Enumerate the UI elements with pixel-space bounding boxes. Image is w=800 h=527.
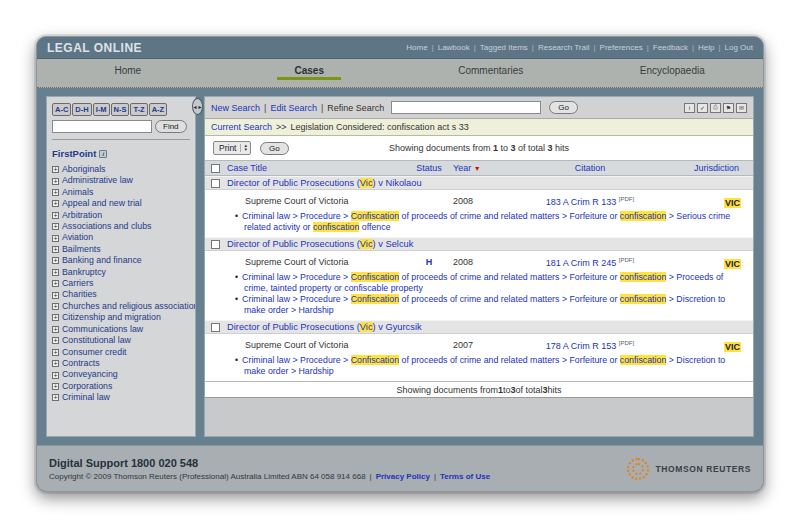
expand-plus-icon[interactable]: +: [52, 337, 59, 344]
find-button[interactable]: Find: [155, 120, 187, 133]
sidebar-item-corporations[interactable]: +Corporations: [52, 381, 190, 392]
letter-button-d-h[interactable]: D-H: [72, 103, 91, 116]
expand-plus-icon[interactable]: +: [52, 257, 59, 264]
citation-link[interactable]: 183 A Crim R 133 [PDF]: [505, 196, 675, 207]
info-icon[interactable]: i: [99, 150, 107, 158]
tab-home[interactable]: Home: [37, 59, 219, 81]
citation-link[interactable]: 181 A Crim R 245 [PDF]: [505, 257, 675, 268]
sidebar-item-bankruptcy[interactable]: +Bankruptcy: [52, 267, 190, 278]
sidebar-item-communications-law[interactable]: +Communications law: [52, 324, 190, 335]
sidebar-item-administrative-law[interactable]: +Administrative law: [52, 175, 190, 186]
find-input[interactable]: [52, 120, 152, 133]
column-jurisdiction[interactable]: Jurisdiction: [675, 163, 753, 173]
sidebar-item-animals[interactable]: +Animals: [52, 187, 190, 198]
case-title-link[interactable]: Director of Public Prosecutions (Vic) v …: [227, 239, 413, 249]
letter-button-i-m[interactable]: I-M: [93, 103, 110, 116]
expand-plus-icon[interactable]: +: [52, 360, 59, 367]
letter-button-n-s[interactable]: N-S: [111, 103, 130, 116]
letter-button-a-z[interactable]: A-Z: [149, 103, 168, 116]
expand-plus-icon[interactable]: +: [52, 326, 59, 333]
catchword-line[interactable]: •Criminal law > Procedure > Confiscation…: [235, 272, 745, 294]
sidebar-item-arbitration[interactable]: +Arbitration: [52, 210, 190, 221]
expand-plus-icon[interactable]: +: [52, 166, 59, 173]
expand-plus-icon[interactable]: +: [52, 178, 59, 185]
sidebar-item-bailments[interactable]: +Bailments: [52, 244, 190, 255]
top-nav-link-log-out[interactable]: Log Out: [725, 43, 753, 52]
row-checkbox[interactable]: [211, 323, 220, 332]
expand-plus-icon[interactable]: +: [52, 292, 59, 299]
tab-commentaries[interactable]: Commentaries: [400, 59, 582, 81]
refine-search-input[interactable]: [391, 101, 541, 114]
sidebar-item-constitutional-law[interactable]: +Constitutional law: [52, 335, 190, 346]
citation-link[interactable]: 178 A Crim R 153 [PDF]: [505, 340, 675, 351]
expand-plus-icon[interactable]: +: [52, 394, 59, 401]
select-all-checkbox[interactable]: [211, 164, 220, 173]
expand-plus-icon[interactable]: +: [52, 269, 59, 276]
row-checkbox[interactable]: [211, 240, 220, 249]
top-nav-link-tagged-items[interactable]: Tagged Items: [480, 43, 528, 52]
case-title-link[interactable]: Director of Public Prosecutions (Vic) v …: [227, 322, 422, 332]
tab-encyclopaedia[interactable]: Encyclopaedia: [582, 59, 764, 81]
expand-plus-icon[interactable]: +: [52, 235, 59, 242]
top-nav-link-home[interactable]: Home: [406, 43, 427, 52]
print-go-button[interactable]: Go: [260, 142, 289, 155]
pdf-badge[interactable]: [PDF]: [619, 340, 634, 346]
expand-plus-icon[interactable]: +: [52, 372, 59, 379]
pdf-badge[interactable]: [PDF]: [619, 196, 634, 202]
letter-button-a-c[interactable]: A-C: [52, 103, 71, 116]
refine-go-button[interactable]: Go: [549, 101, 578, 114]
footer-link-terms-of-use[interactable]: Terms of Use: [440, 472, 490, 481]
expand-plus-icon[interactable]: +: [52, 189, 59, 196]
top-nav-link-research-trail[interactable]: Research Trail: [538, 43, 590, 52]
top-nav-link-preferences[interactable]: Preferences: [600, 43, 643, 52]
top-nav-link-lawbook[interactable]: Lawbook: [438, 43, 470, 52]
footer-link-privacy-policy[interactable]: Privacy Policy: [376, 472, 430, 481]
expand-plus-icon[interactable]: +: [52, 246, 59, 253]
sidebar-item-carriers[interactable]: +Carriers: [52, 278, 190, 289]
expand-plus-icon[interactable]: +: [52, 212, 59, 219]
edit-search-link[interactable]: Edit Search: [270, 103, 317, 113]
sidebar-item-associations-and-clubs[interactable]: +Associations and clubs: [52, 221, 190, 232]
top-nav-link-help[interactable]: Help: [698, 43, 714, 52]
sidebar-item-citizenship-and-migration[interactable]: +Citizenship and migration: [52, 312, 190, 323]
case-title-link[interactable]: Director of Public Prosecutions (Vic) v …: [227, 178, 422, 188]
sidebar-item-aviation[interactable]: +Aviation: [52, 232, 190, 243]
sidebar-item-banking-and-finance[interactable]: +Banking and finance: [52, 255, 190, 266]
sidebar-item-criminal-law[interactable]: +Criminal law: [52, 392, 190, 403]
current-search-link[interactable]: Current Search: [211, 122, 272, 132]
sidebar-item-conveyancing[interactable]: +Conveyancing: [52, 369, 190, 380]
expand-plus-icon[interactable]: +: [52, 280, 59, 287]
email-icon[interactable]: ✉: [736, 103, 747, 113]
expand-plus-icon[interactable]: +: [52, 200, 59, 207]
sidebar-item-churches-and-religious-associations[interactable]: +Churches and religious associations: [52, 301, 190, 312]
sidebar-item-contracts[interactable]: +Contracts: [52, 358, 190, 369]
expand-plus-icon[interactable]: +: [52, 303, 59, 310]
catchword-line[interactable]: •Criminal law > Procedure > Confiscation…: [235, 211, 745, 233]
new-search-link[interactable]: New Search: [211, 103, 260, 113]
print-dropdown[interactable]: Print ▲▼: [213, 141, 251, 155]
expand-plus-icon[interactable]: +: [52, 314, 59, 321]
column-citation[interactable]: Citation: [505, 163, 675, 173]
expand-plus-icon[interactable]: +: [52, 223, 59, 230]
sidebar-item-aboriginals[interactable]: +Aboriginals: [52, 164, 190, 175]
info-icon[interactable]: i: [684, 103, 695, 113]
column-case-title[interactable]: Case Title: [227, 163, 405, 173]
pdf-badge[interactable]: [PDF]: [619, 257, 634, 263]
column-year[interactable]: Year ▼: [453, 163, 505, 173]
sidebar-item-charities[interactable]: +Charities: [52, 289, 190, 300]
catchword-line[interactable]: •Criminal law > Procedure > Confiscation…: [235, 355, 745, 377]
row-checkbox[interactable]: [211, 179, 220, 188]
sidebar-item-appeal-and-new-trial[interactable]: +Appeal and new trial: [52, 198, 190, 209]
expand-plus-icon[interactable]: +: [52, 383, 59, 390]
flag-icon[interactable]: ⚑: [723, 103, 734, 113]
column-status[interactable]: Status: [405, 163, 453, 173]
catchword-line[interactable]: •Criminal law > Procedure > Confiscation…: [235, 294, 745, 316]
expand-plus-icon[interactable]: +: [52, 349, 59, 356]
letter-button-t-z[interactable]: T-Z: [130, 103, 147, 116]
top-nav-link-feedback[interactable]: Feedback: [653, 43, 688, 52]
tab-cases[interactable]: Cases: [219, 59, 401, 81]
sidebar-item-consumer-credit[interactable]: +Consumer credit: [52, 347, 190, 358]
print-icon[interactable]: ⎙: [710, 103, 721, 113]
tag-icon[interactable]: ✓: [697, 103, 708, 113]
sidebar-collapse-handle[interactable]: ◄►: [192, 98, 203, 115]
